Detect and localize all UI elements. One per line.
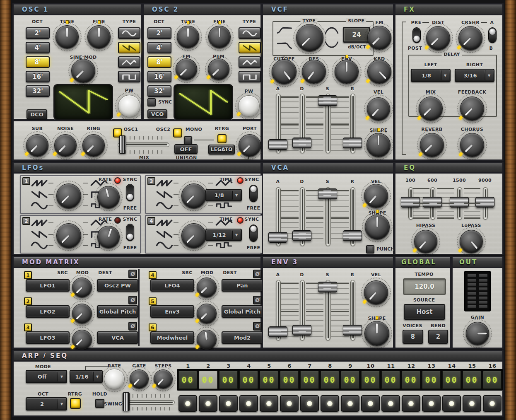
osc2-fine-knob[interactable] (208, 26, 231, 48)
osc2-vco-button[interactable]: VCO (147, 109, 167, 118)
osc1-sine-mod-knob[interactable] (71, 59, 95, 83)
step-14-button[interactable] (442, 395, 461, 412)
lfo-3-sawup-icon[interactable] (156, 179, 173, 187)
osc1-type-sine-button[interactable] (118, 27, 140, 39)
osc1-fine-knob[interactable] (87, 25, 111, 48)
mod-slot-6-src-button[interactable]: Modwheel (150, 331, 194, 344)
step-12-display[interactable]: 00 (402, 371, 420, 389)
osc2-oct-2'-button[interactable]: 2' (147, 27, 171, 39)
osc1-type-square-button[interactable] (118, 71, 140, 82)
mod-slot-5-bypass-button[interactable]: Ø (253, 296, 262, 304)
arp-hold-button[interactable] (95, 399, 104, 408)
lfo-1-sine-icon[interactable] (31, 201, 48, 210)
chevron-down-icon[interactable]: ▼ (232, 230, 240, 239)
mod-slot-3-src-button[interactable]: LFO3 (26, 331, 70, 344)
fx-feedback-knob[interactable] (460, 97, 484, 121)
osc2-oct-8'-button[interactable]: 8' (147, 56, 171, 68)
step-11-display[interactable]: 00 (381, 371, 400, 389)
lfo-3-saw-icon[interactable] (156, 190, 173, 199)
osc2-pw-knob[interactable] (238, 95, 260, 117)
osc2-oct-32'-button[interactable]: 32' (147, 85, 171, 97)
mod-slot-5-dest-button[interactable]: Global Pitch (222, 305, 263, 318)
fx-chorus-knob[interactable] (460, 133, 484, 157)
fx-delay-right-select[interactable]: 3/16 ▼ (455, 69, 494, 82)
osc2-sync-checkbox[interactable] (147, 98, 156, 106)
step-13-display[interactable]: 00 (422, 371, 441, 389)
osc1-oct-2'-button[interactable]: 2' (26, 27, 50, 39)
lfo-2-sync-free-toggle[interactable] (126, 224, 134, 241)
arp-mode-select[interactable]: Off ▼ (26, 370, 67, 383)
osc1-oct-8'-button[interactable]: 8' (26, 56, 50, 68)
lfo-2-sine-icon[interactable] (31, 241, 48, 250)
vca-vel-knob[interactable] (364, 184, 388, 208)
arp-rtrg-led[interactable] (70, 398, 81, 409)
step-3-button[interactable] (219, 395, 238, 412)
mod-slot-5-amount-knob[interactable] (197, 304, 217, 323)
lfo-4-saw-icon[interactable] (156, 230, 173, 239)
voices-button[interactable]: 8 (403, 330, 423, 344)
step-1-button[interactable] (178, 395, 197, 412)
osc1-oct-16'-button[interactable]: 16' (26, 71, 50, 82)
source-button[interactable]: Host (404, 304, 445, 320)
vcf-type-knob[interactable] (296, 24, 323, 51)
lfo-3-rand-icon[interactable] (215, 201, 233, 210)
osc1-type-tri-button[interactable] (118, 56, 140, 68)
osc1-type-saw-button[interactable] (118, 42, 140, 53)
legato-button[interactable]: LEGATO (208, 145, 235, 154)
filter-bandpass-icon[interactable] (325, 25, 339, 34)
step-9-button[interactable] (341, 395, 359, 412)
vca-punch-checkbox[interactable] (366, 245, 374, 253)
eq-lopass-knob[interactable] (460, 230, 483, 253)
chevron-down-icon[interactable]: ▼ (58, 372, 65, 381)
mono-mode-button[interactable] (184, 136, 192, 145)
vcf-fm-knob[interactable] (367, 26, 391, 50)
lfo-2-saw-icon[interactable] (31, 230, 48, 239)
mod-slot-1-bypass-button[interactable]: Ø (128, 270, 137, 278)
step-10-display[interactable]: 00 (361, 371, 380, 389)
mod-slot-4-src-button[interactable]: LFO4 (150, 279, 194, 292)
chevron-down-icon[interactable]: ▼ (441, 70, 449, 80)
lfo-4-time-select[interactable]: 1/12▼ (205, 229, 242, 241)
step-16-button[interactable] (483, 395, 502, 412)
lfo-4-rand-icon[interactable] (215, 241, 233, 250)
lfo-1-sawup-icon[interactable] (31, 179, 48, 187)
step-12-button[interactable] (402, 395, 420, 412)
step-13-button[interactable] (422, 395, 441, 412)
sub-knob[interactable] (26, 134, 48, 157)
osc2-type-square-button[interactable] (239, 71, 261, 82)
step-11-button[interactable] (381, 395, 400, 412)
fx-dist-knob[interactable] (426, 26, 450, 50)
fx-crshr-knob[interactable] (458, 26, 482, 50)
step-7-button[interactable] (300, 395, 319, 412)
fx-reverb-knob[interactable] (420, 133, 444, 157)
step-4-display[interactable]: 00 (239, 371, 258, 389)
mod-slot-3-bypass-button[interactable]: Ø (128, 322, 137, 331)
lfo-4-sync-free-toggle[interactable] (249, 224, 258, 242)
step-6-display[interactable]: 00 (280, 371, 299, 389)
vcf-res-knob[interactable] (302, 60, 326, 84)
step-15-display[interactable]: 00 (463, 371, 481, 389)
vcf-kbd-knob[interactable] (367, 60, 391, 84)
chevron-down-icon[interactable]: ▼ (58, 399, 65, 409)
noise-knob[interactable] (54, 134, 77, 157)
lfo-3-sync-free-toggle[interactable] (249, 185, 258, 202)
ring-knob[interactable] (82, 134, 105, 157)
mod-slot-4-bypass-button[interactable]: Ø (253, 270, 262, 278)
lfo-3-sine-icon[interactable] (156, 201, 173, 210)
step-16-display[interactable]: 00 (483, 371, 502, 389)
mod-slot-2-amount-knob[interactable] (72, 304, 92, 323)
env3-shape-knob[interactable] (364, 321, 389, 346)
lfo-4-sawup-icon[interactable] (156, 218, 173, 227)
step-15-button[interactable] (463, 395, 481, 412)
chevron-down-icon[interactable]: ▼ (232, 191, 240, 200)
osc2-fm-knob[interactable] (176, 58, 197, 80)
mod-slot-1-dest-button[interactable]: Osc2 PW (97, 279, 138, 292)
mod-slot-2-dest-button[interactable]: Global Pitch (97, 305, 138, 318)
step-14-display[interactable]: 00 (442, 371, 461, 389)
vcf-vel-knob[interactable] (367, 97, 390, 121)
osc2-tune-knob[interactable] (177, 26, 199, 48)
eq-hipass-knob[interactable] (414, 230, 437, 253)
arp-gate-knob[interactable] (130, 369, 149, 389)
lfo-2-sawup-icon[interactable] (31, 218, 48, 227)
step-9-display[interactable]: 00 (341, 371, 359, 389)
